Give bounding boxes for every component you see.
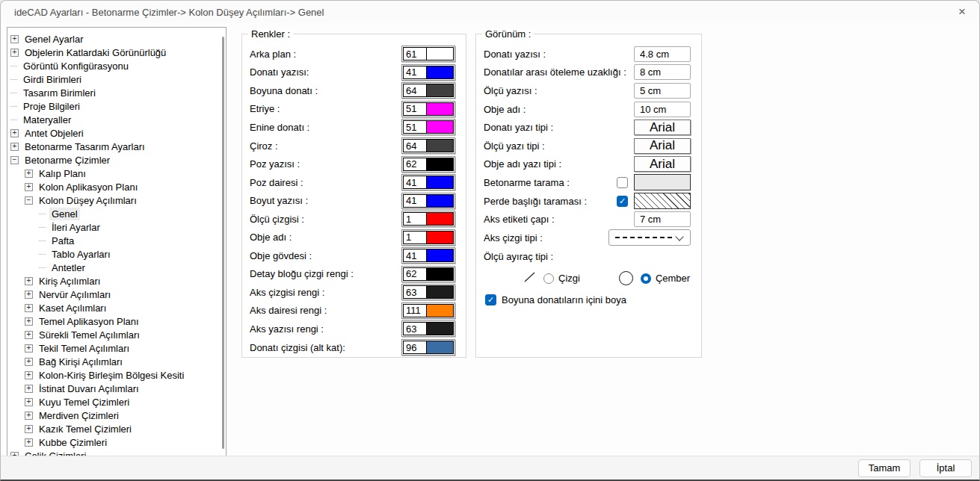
font-button[interactable]: Arial: [634, 120, 691, 135]
color-swatch[interactable]: [427, 66, 453, 78]
tree-item[interactable]: +Merdiven Çizimleri: [7, 409, 226, 422]
color-swatch[interactable]: [427, 268, 453, 280]
color-swatch[interactable]: [427, 341, 453, 353]
tree-item[interactable]: İleri Ayarlar: [7, 220, 226, 234]
radio-unselected[interactable]: [543, 273, 554, 284]
expand-icon[interactable]: +: [25, 412, 33, 420]
color-index-input[interactable]: 63: [404, 323, 427, 335]
color-swatch[interactable]: [427, 232, 453, 243]
expand-icon[interactable]: +: [25, 371, 33, 379]
expand-icon[interactable]: +: [25, 398, 33, 406]
expand-icon[interactable]: +: [25, 170, 33, 178]
color-swatch[interactable]: [427, 323, 453, 335]
color-index-input[interactable]: 1: [404, 213, 427, 225]
text-input[interactable]: 4.8 cm: [634, 46, 691, 62]
tree-item[interactable]: Tasarım Birimleri: [7, 86, 226, 99]
color-control[interactable]: 63: [401, 284, 455, 300]
checkbox-checked[interactable]: ✓: [617, 196, 628, 207]
color-swatch[interactable]: [427, 195, 453, 207]
color-control[interactable]: 51: [401, 119, 455, 135]
color-control[interactable]: 63: [401, 320, 455, 337]
collapse-icon[interactable]: −: [25, 196, 33, 205]
color-control[interactable]: 62: [401, 156, 455, 173]
tree-item[interactable]: +İstinat Duvarı Açılımları: [7, 382, 226, 395]
color-index-input[interactable]: 64: [404, 84, 427, 96]
color-control[interactable]: 41: [401, 193, 455, 209]
color-control[interactable]: 41: [401, 174, 455, 190]
tree-item[interactable]: +Tekil Temel Açılımları: [7, 341, 226, 355]
color-swatch[interactable]: [427, 121, 453, 133]
expand-icon[interactable]: +: [25, 358, 33, 366]
text-input[interactable]: 10 cm: [634, 102, 691, 117]
color-swatch[interactable]: [427, 84, 453, 96]
expand-icon[interactable]: +: [25, 277, 33, 285]
color-index-input[interactable]: 61: [404, 48, 427, 60]
text-input[interactable]: 8 cm: [634, 64, 691, 80]
pattern-swatch[interactable]: [634, 174, 691, 190]
tree-item[interactable]: Pafta: [7, 234, 226, 247]
color-index-input[interactable]: 41: [404, 176, 427, 188]
text-input[interactable]: 7 cm: [634, 211, 691, 227]
color-swatch[interactable]: [427, 305, 453, 317]
color-control[interactable]: 64: [401, 82, 455, 99]
expand-icon[interactable]: +: [25, 438, 33, 447]
color-index-input[interactable]: 41: [404, 66, 427, 78]
color-swatch[interactable]: [427, 140, 453, 152]
color-swatch[interactable]: [427, 48, 453, 60]
line-type-dropdown[interactable]: [608, 229, 691, 246]
tree-item[interactable]: +Kazık Temel Çizimleri: [7, 422, 226, 435]
font-button[interactable]: Arial: [634, 156, 691, 172]
tree-item[interactable]: +Kalıp Planı: [7, 167, 226, 180]
expand-icon[interactable]: +: [25, 344, 33, 353]
expand-icon[interactable]: +: [10, 49, 19, 57]
expand-icon[interactable]: +: [25, 291, 33, 299]
expand-icon[interactable]: +: [10, 129, 19, 137]
color-index-input[interactable]: 1: [404, 232, 427, 243]
tree-item[interactable]: +Kolon Aplikasyon Planı: [7, 180, 226, 193]
tree-item[interactable]: Tablo Ayarları: [7, 247, 226, 261]
color-index-input[interactable]: 96: [404, 341, 427, 353]
tree-scrollbar-thumb[interactable]: [222, 37, 224, 449]
tree-item[interactable]: +Bağ Kirişi Açılımları: [7, 355, 226, 368]
color-control[interactable]: 1: [401, 229, 455, 246]
text-input[interactable]: 5 cm: [634, 83, 691, 99]
pattern-swatch[interactable]: [634, 193, 691, 209]
expand-icon[interactable]: +: [25, 317, 33, 326]
tree-item[interactable]: Materyaller: [7, 113, 226, 126]
checkbox-unchecked[interactable]: [617, 177, 628, 188]
color-control[interactable]: 61: [401, 46, 455, 62]
tree-item[interactable]: +Kolon-Kiriş Birleşim Bölgesi Kesiti: [7, 368, 226, 382]
color-swatch[interactable]: [427, 213, 453, 225]
color-swatch[interactable]: [427, 286, 453, 298]
color-swatch[interactable]: [427, 158, 453, 170]
font-button[interactable]: Arial: [634, 138, 691, 154]
tree-item[interactable]: +Kubbe Çizimleri: [7, 435, 226, 449]
color-control[interactable]: 41: [401, 247, 455, 264]
color-control[interactable]: 111: [401, 302, 455, 319]
color-control[interactable]: 41: [401, 64, 455, 81]
color-index-input[interactable]: 41: [404, 195, 427, 207]
tree-item[interactable]: Genel: [7, 207, 226, 220]
color-index-input[interactable]: 41: [404, 249, 427, 261]
color-control[interactable]: 96: [401, 339, 455, 356]
color-index-input[interactable]: 51: [404, 103, 427, 115]
tree-item[interactable]: Görüntü Konfigürasyonu: [7, 59, 226, 72]
tree-item[interactable]: +Nervür Açılımları: [7, 288, 226, 301]
tree-item[interactable]: Girdi Birimleri: [7, 72, 226, 86]
tree-item[interactable]: +Objelerin Katlardaki Görünürlüğü: [7, 46, 226, 59]
color-control[interactable]: 64: [401, 137, 455, 154]
color-swatch[interactable]: [427, 249, 453, 261]
expand-icon[interactable]: +: [10, 35, 19, 43]
color-swatch[interactable]: [427, 176, 453, 188]
expand-icon[interactable]: +: [10, 143, 19, 151]
color-index-input[interactable]: 111: [404, 305, 427, 317]
color-index-input[interactable]: 63: [404, 286, 427, 298]
expand-icon[interactable]: +: [25, 331, 33, 339]
tree-item[interactable]: +Kiriş Açılımları: [7, 274, 226, 288]
tree-item[interactable]: −Betonarme Çizimler: [7, 153, 226, 167]
color-index-input[interactable]: 62: [404, 158, 427, 170]
tree-item[interactable]: +Sürekli Temel Açılımları: [7, 328, 226, 341]
expand-icon[interactable]: +: [25, 385, 33, 393]
tree-item[interactable]: −Kolon Düşey Açılımları: [7, 193, 226, 207]
color-index-input[interactable]: 62: [404, 268, 427, 280]
